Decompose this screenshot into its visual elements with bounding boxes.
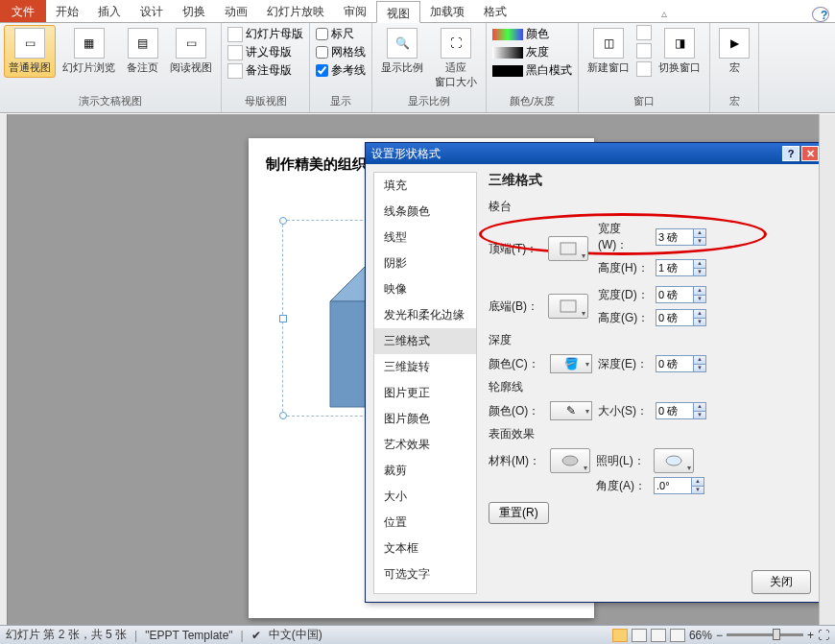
material-label: 材料(M)：: [489, 453, 544, 469]
tab-insert[interactable]: 插入: [88, 0, 131, 22]
tab-design[interactable]: 设计: [131, 0, 173, 22]
notes-master-button[interactable]: 备注母版: [226, 61, 305, 80]
slide-number-status: 幻灯片 第 2 张，共 5 张: [6, 627, 127, 643]
contour-size-label: 大小(S)：: [598, 403, 650, 419]
tab-view[interactable]: 视图: [376, 1, 420, 23]
top-height-spinner[interactable]: ▲▼: [656, 259, 706, 276]
height2-label: 高度(G)：: [598, 310, 650, 326]
guides-checkbox[interactable]: 参考线: [314, 61, 368, 80]
dialog-titlebar[interactable]: 设置形状格式 ? ✕: [366, 143, 823, 164]
fit-window-button[interactable]: ⛶适应 窗口大小: [430, 25, 482, 92]
group-label: 宏: [729, 92, 740, 110]
zoom-in-icon[interactable]: +: [807, 629, 814, 642]
tab-animations[interactable]: 动画: [215, 0, 257, 22]
nav-size[interactable]: 大小: [374, 484, 476, 510]
minimize-ribbon-icon[interactable]: ▵: [656, 5, 673, 22]
split-icon[interactable]: [636, 61, 652, 77]
nav-artistic[interactable]: 艺术效果: [374, 432, 476, 458]
dialog-close-button[interactable]: ✕: [801, 146, 819, 161]
color-mode-button[interactable]: 颜色: [490, 25, 574, 43]
fit-slide-icon[interactable]: ⛶: [818, 629, 829, 642]
zoom-percent[interactable]: 66%: [689, 629, 712, 642]
ruler-checkbox[interactable]: 标尺: [314, 25, 368, 43]
nav-position[interactable]: 位置: [374, 510, 476, 536]
slideshow-status-button[interactable]: [670, 629, 685, 642]
cascade-icon[interactable]: [636, 43, 652, 59]
notes-view-button[interactable]: ▤备注页: [122, 25, 163, 78]
language-status[interactable]: 中文(中国): [269, 627, 322, 643]
resize-handle[interactable]: [279, 412, 287, 419]
switch-window-button[interactable]: ◨切换窗口: [654, 25, 705, 78]
nav-3d-format[interactable]: 三维格式: [374, 328, 476, 354]
group-label: 显示: [330, 92, 351, 110]
nav-alt-text[interactable]: 可选文字: [374, 561, 476, 587]
macros-button[interactable]: ▶宏: [714, 25, 754, 78]
pen-icon: ✎: [566, 404, 576, 417]
close-button[interactable]: 关闭: [752, 570, 811, 594]
bw-mode-button[interactable]: 黑白模式: [490, 61, 574, 80]
material-picker[interactable]: [550, 448, 590, 473]
color-icon: [492, 29, 523, 40]
zoom-out-icon[interactable]: −: [716, 629, 723, 642]
spellcheck-icon[interactable]: ✔: [251, 629, 261, 642]
tab-review[interactable]: 审阅: [334, 0, 376, 22]
gridlines-checkbox[interactable]: 网格线: [314, 43, 368, 61]
bucket-icon: 🪣: [564, 357, 579, 370]
height-label: 高度(H)：: [598, 260, 650, 276]
bottom-height-spinner[interactable]: ▲▼: [656, 309, 706, 326]
reading-icon: ▭: [176, 28, 206, 59]
lighting-picker[interactable]: [654, 448, 694, 473]
bevel-top-label: 顶端(T)：: [489, 241, 544, 257]
tab-format[interactable]: 格式: [474, 0, 516, 22]
file-tab[interactable]: 文件: [0, 0, 46, 22]
width-label: 宽度(W)：: [598, 221, 650, 253]
arrange-icon[interactable]: [636, 25, 652, 40]
normal-view-status-button[interactable]: [612, 629, 628, 642]
notes-icon: ▤: [128, 28, 158, 59]
reset-button[interactable]: 重置(R): [489, 502, 549, 524]
new-window-button[interactable]: ◫新建窗口: [583, 25, 634, 78]
normal-view-button[interactable]: ▭普通视图: [4, 25, 56, 78]
top-width-spinner[interactable]: ▲▼: [656, 228, 706, 246]
nav-line-color[interactable]: 线条颜色: [374, 199, 476, 225]
bottom-width-spinner[interactable]: ▲▼: [656, 286, 706, 303]
slide-master-button[interactable]: 幻灯片母版: [226, 25, 305, 43]
sorter-view-button[interactable]: ▦幻灯片浏览: [58, 25, 120, 78]
tab-addins[interactable]: 加载项: [420, 0, 474, 22]
slide-thumbnail-panel[interactable]: [0, 114, 8, 625]
dialog-help-button[interactable]: ?: [782, 146, 799, 161]
reading-view-status-button[interactable]: [651, 629, 666, 642]
nav-textbox[interactable]: 文本框: [374, 536, 476, 561]
nav-crop[interactable]: 裁剪: [374, 458, 476, 484]
nav-pic-color[interactable]: 图片颜色: [374, 406, 476, 432]
tab-transitions[interactable]: 切换: [173, 0, 215, 22]
help-icon[interactable]: ?: [812, 7, 829, 22]
gray-mode-button[interactable]: 灰度: [490, 43, 574, 61]
resize-handle[interactable]: [279, 315, 287, 322]
angle-spinner[interactable]: ▲▼: [654, 477, 704, 494]
nav-line-style[interactable]: 线型: [374, 225, 476, 250]
nav-glow[interactable]: 发光和柔化边缘: [374, 302, 476, 328]
bevel-bottom-picker[interactable]: [548, 294, 588, 319]
resize-handle[interactable]: [279, 217, 287, 225]
reading-view-button[interactable]: ▭阅读视图: [165, 25, 217, 78]
bevel-top-picker[interactable]: [548, 236, 588, 261]
nav-3d-rotation[interactable]: 三维旋转: [374, 354, 476, 380]
handout-master-button[interactable]: 讲义母版: [226, 43, 305, 61]
depth-spinner[interactable]: ▲▼: [656, 355, 706, 372]
vertical-scrollbar[interactable]: [819, 114, 835, 625]
tab-slideshow[interactable]: 幻灯片放映: [257, 0, 334, 22]
nav-shadow[interactable]: 阴影: [374, 250, 476, 276]
contour-color-picker[interactable]: ✎: [550, 401, 592, 420]
depth-color-picker[interactable]: 🪣: [550, 354, 592, 373]
nav-reflection[interactable]: 映像: [374, 276, 476, 302]
contour-size-spinner[interactable]: ▲▼: [656, 402, 706, 419]
switch-window-icon: ◨: [664, 28, 695, 59]
nav-fill[interactable]: 填充: [374, 173, 476, 199]
tab-home[interactable]: 开始: [46, 0, 88, 22]
nav-pic-correction[interactable]: 图片更正: [374, 380, 476, 406]
sorter-view-status-button[interactable]: [632, 629, 647, 642]
zoom-button[interactable]: 🔍显示比例: [376, 25, 428, 78]
zoom-slider[interactable]: [727, 633, 803, 636]
svg-rect-4: [561, 300, 576, 312]
